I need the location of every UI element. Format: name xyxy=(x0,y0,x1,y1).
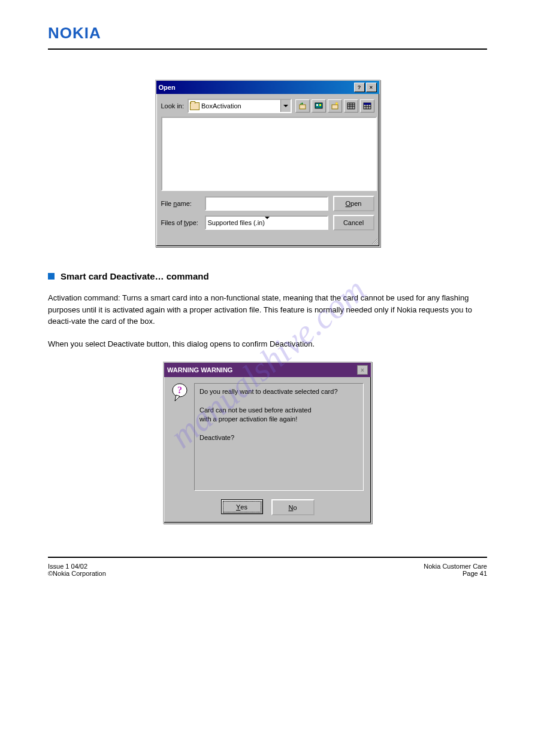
open-dialog-titlebar: Open ? × xyxy=(156,81,379,94)
svg-rect-7 xyxy=(347,103,355,109)
look-in-label: Look in: xyxy=(161,102,185,110)
look-in-value: BoxActivation xyxy=(201,102,241,110)
footer-page-number: Page 41 xyxy=(424,570,487,577)
warning-line-2: Card can not be used before activated xyxy=(200,406,358,415)
yes-button[interactable]: Yes xyxy=(221,499,263,514)
open-dialog: Open ? × Look in: BoxActivation xyxy=(155,80,380,247)
warning-line-3: with a proper activation file again! xyxy=(200,415,358,424)
close-button[interactable]: × xyxy=(357,365,368,375)
no-button[interactable]: No xyxy=(271,499,315,515)
nokia-logo: NOKIA xyxy=(48,24,487,42)
open-dialog-wrapper: Open ? × Look in: BoxActivation xyxy=(48,80,487,247)
close-button[interactable]: × xyxy=(366,83,377,92)
svg-rect-4 xyxy=(319,104,321,106)
warning-line-4: Deactivate? xyxy=(200,433,358,442)
up-one-level-button[interactable] xyxy=(295,99,310,113)
question-bubble-icon: ? xyxy=(171,383,189,405)
warning-message-box: Do you really want to deactivate selecte… xyxy=(194,383,364,491)
cancel-button[interactable]: Cancel xyxy=(333,215,374,230)
help-button[interactable]: ? xyxy=(354,83,365,92)
warning-dialog-wrapper: WARNING WARNING × ? Do you really want t… xyxy=(48,362,487,524)
section-title: Smart card Deactivate… command xyxy=(61,271,209,281)
warning-line-1: Do you really want to deactivate selecte… xyxy=(200,387,358,396)
svg-rect-0 xyxy=(300,105,306,109)
warning-dialog-title: WARNING WARNING xyxy=(167,366,232,374)
new-folder-button[interactable] xyxy=(328,99,342,113)
open-button[interactable]: Open xyxy=(333,196,374,211)
body-paragraph-1: Activation command: Turns a smart card i… xyxy=(48,292,487,327)
svg-rect-13 xyxy=(364,103,371,105)
section-bullet-icon xyxy=(48,273,55,280)
details-view-button[interactable] xyxy=(360,99,374,113)
files-of-type-value: Supported files (.in) xyxy=(208,219,265,226)
footer-issue: Issue 1 04/02 xyxy=(48,563,106,570)
file-name-input[interactable] xyxy=(205,196,328,211)
files-of-type-label: Files of type: xyxy=(161,219,200,226)
open-dialog-title: Open xyxy=(159,84,176,91)
footer-divider xyxy=(48,557,487,558)
chevron-down-icon[interactable] xyxy=(280,100,291,112)
warning-dialog: WARNING WARNING × ? Do you really want t… xyxy=(163,362,372,524)
svg-marker-24 xyxy=(175,395,180,401)
header-divider xyxy=(48,48,487,50)
list-view-button[interactable] xyxy=(344,99,358,113)
file-name-label: File name: xyxy=(161,200,200,207)
svg-rect-5 xyxy=(332,105,338,109)
resize-grip[interactable] xyxy=(156,239,379,246)
footer-dept: Nokia Customer Care xyxy=(424,563,487,570)
footer-copyright: ©Nokia Corporation xyxy=(48,570,106,577)
svg-rect-2 xyxy=(315,103,322,108)
warning-dialog-titlebar: WARNING WARNING × xyxy=(164,363,371,377)
svg-marker-1 xyxy=(302,102,303,105)
svg-text:?: ? xyxy=(177,385,182,395)
file-list-area[interactable] xyxy=(161,117,377,191)
files-of-type-dropdown[interactable]: Supported files (.in) xyxy=(205,215,328,230)
folder-icon xyxy=(190,102,200,110)
body-paragraph-2: When you select Deactivate button, this … xyxy=(48,338,487,350)
svg-rect-3 xyxy=(316,104,318,106)
page-footer: Issue 1 04/02 ©Nokia Corporation Nokia C… xyxy=(48,563,487,577)
chevron-down-icon[interactable] xyxy=(265,219,270,226)
desktop-button[interactable] xyxy=(312,99,326,113)
look-in-dropdown[interactable]: BoxActivation xyxy=(188,99,291,113)
